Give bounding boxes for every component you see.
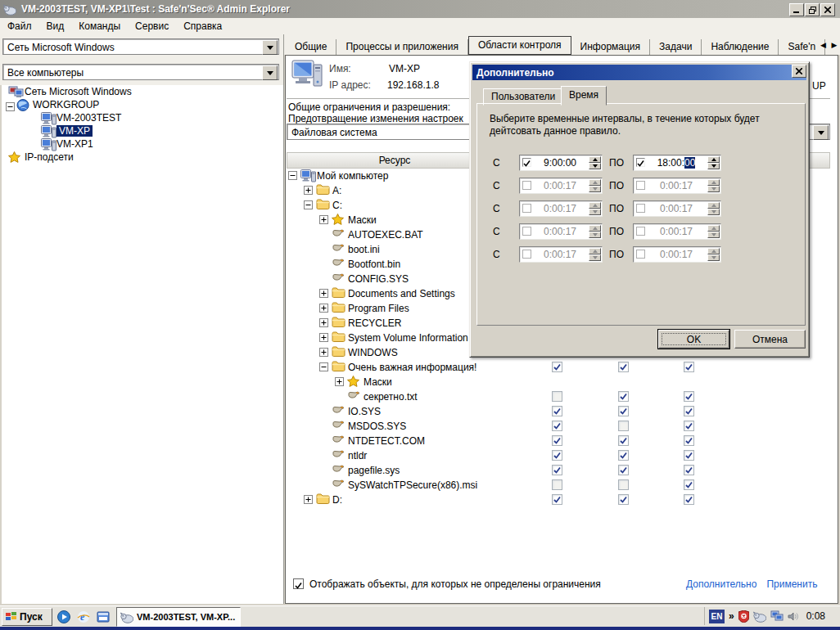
media-player-icon[interactable] xyxy=(57,610,70,623)
expand-icon[interactable] xyxy=(319,215,328,224)
spin-up-icon[interactable] xyxy=(707,248,720,254)
resource-row[interactable]: SySWatchTPSecure(x86).msi xyxy=(287,478,830,493)
network-tree-item[interactable]: VM-XP xyxy=(2,124,283,137)
menu-item-3[interactable]: Сервис xyxy=(128,18,176,34)
tab-4[interactable]: Задачи xyxy=(650,39,702,55)
chevron-down-icon[interactable] xyxy=(262,40,278,55)
language-indicator[interactable]: EN xyxy=(709,610,725,623)
time-spinner[interactable] xyxy=(589,202,601,215)
permission-checkbox[interactable] xyxy=(684,421,694,431)
tab-5[interactable]: Наблюдение xyxy=(702,39,779,55)
tray-chevron-icon[interactable]: » xyxy=(729,610,734,622)
network-tree-item[interactable]: IP-подсети xyxy=(2,151,283,164)
interval-checkbox[interactable] xyxy=(522,158,531,167)
tab-scroll-left-icon[interactable]: ◀ xyxy=(820,41,828,49)
interval-checkbox[interactable] xyxy=(522,204,531,213)
dialog-close-button[interactable] xyxy=(792,65,806,78)
time-spinner[interactable] xyxy=(707,202,720,215)
permission-checkbox[interactable] xyxy=(618,494,629,505)
network-tree-item[interactable]: WORKGROUP xyxy=(2,98,283,111)
collapse-icon[interactable] xyxy=(288,171,297,180)
time-to-field[interactable]: 0:00:17 xyxy=(633,178,721,194)
security-shield-icon[interactable] xyxy=(738,610,749,623)
spin-up-icon[interactable] xyxy=(707,225,720,232)
time-spinner[interactable] xyxy=(589,156,601,169)
permission-checkbox[interactable] xyxy=(684,391,694,402)
permission-checkbox[interactable] xyxy=(552,479,562,490)
resource-row[interactable]: Очень важная информация! xyxy=(287,360,830,375)
spin-up-icon[interactable] xyxy=(707,156,720,163)
panel-divider[interactable] xyxy=(283,34,284,604)
permission-checkbox[interactable] xyxy=(552,450,562,461)
resource-row[interactable]: MSDOS.SYS xyxy=(287,419,830,434)
spin-down-icon[interactable] xyxy=(707,254,720,261)
permission-checkbox[interactable] xyxy=(684,450,694,461)
spin-down-icon[interactable] xyxy=(589,232,601,238)
resource-row[interactable]: D: xyxy=(287,493,830,507)
collapse-icon[interactable] xyxy=(319,362,328,371)
permission-checkbox[interactable] xyxy=(552,391,562,402)
permission-checkbox[interactable] xyxy=(618,465,629,475)
expand-icon[interactable] xyxy=(319,304,328,313)
network-tree-item[interactable]: VM-2003TEST xyxy=(2,111,283,124)
interval-checkbox[interactable] xyxy=(636,204,645,213)
menu-item-2[interactable]: Команды xyxy=(71,18,128,34)
expand-icon[interactable] xyxy=(304,495,313,504)
safensec-tray-icon[interactable] xyxy=(753,610,766,623)
network-combo[interactable]: Сеть Microsoft Windows xyxy=(2,38,279,55)
ok-button[interactable]: OK xyxy=(658,330,729,349)
interval-checkbox[interactable] xyxy=(636,158,645,167)
permission-checkbox[interactable] xyxy=(552,406,562,416)
network-tree-item[interactable]: Сеть Microsoft Windows xyxy=(2,85,283,98)
permission-checkbox[interactable] xyxy=(618,450,629,461)
time-from-field[interactable]: 0:00:17 xyxy=(519,200,603,217)
spin-up-icon[interactable] xyxy=(589,202,601,209)
collapse-icon[interactable] xyxy=(304,200,313,209)
menu-item-0[interactable]: Файл xyxy=(0,18,39,34)
permission-checkbox[interactable] xyxy=(618,362,629,372)
chevron-down-icon[interactable] xyxy=(262,65,278,80)
permission-checkbox[interactable] xyxy=(684,494,694,505)
time-spinner[interactable] xyxy=(589,179,601,192)
show-objects-checkbox[interactable] xyxy=(293,578,304,589)
start-button[interactable]: Пуск xyxy=(2,608,52,626)
spin-up-icon[interactable] xyxy=(707,179,720,186)
time-spinner[interactable] xyxy=(589,225,601,238)
permission-checkbox[interactable] xyxy=(684,435,694,446)
interval-checkbox[interactable] xyxy=(636,181,645,190)
permission-checkbox[interactable] xyxy=(618,435,629,446)
time-to-field[interactable]: 0:00:17 xyxy=(633,200,721,217)
spin-up-icon[interactable] xyxy=(589,179,601,186)
time-spinner[interactable] xyxy=(707,225,720,238)
internet-explorer-icon[interactable]: e xyxy=(77,610,90,623)
network-tree-item[interactable]: VM-XP1 xyxy=(2,137,283,151)
interval-checkbox[interactable] xyxy=(636,250,645,259)
taskbar-window-button[interactable]: VM-2003TEST, VM-XP... xyxy=(116,607,241,627)
interval-checkbox[interactable] xyxy=(522,227,531,236)
permission-checkbox[interactable] xyxy=(552,421,562,431)
tab-time[interactable]: Время xyxy=(561,86,607,106)
time-from-field[interactable]: 0:00:17 xyxy=(519,178,603,194)
interval-checkbox[interactable] xyxy=(522,250,531,259)
spin-down-icon[interactable] xyxy=(589,186,601,192)
network-tray-icon[interactable] xyxy=(770,610,784,622)
menu-item-1[interactable]: Вид xyxy=(39,18,72,34)
interval-checkbox[interactable] xyxy=(522,181,531,190)
tab-0[interactable]: Общие xyxy=(286,39,336,55)
expand-icon[interactable] xyxy=(319,289,328,298)
tab-2[interactable]: Области контроля xyxy=(468,36,571,55)
resource-row[interactable]: секретно.txt xyxy=(287,389,830,404)
spin-down-icon[interactable] xyxy=(707,163,720,169)
cancel-button[interactable]: Отмена xyxy=(734,330,806,349)
footer-link-1[interactable]: Применить xyxy=(766,578,817,590)
permission-checkbox[interactable] xyxy=(618,421,629,431)
permission-checkbox[interactable] xyxy=(618,406,629,416)
permission-checkbox[interactable] xyxy=(684,465,694,475)
time-from-field[interactable]: 0:00:17 xyxy=(519,246,603,263)
resource-row[interactable]: NTDETECT.COM xyxy=(287,434,830,448)
resource-row[interactable]: pagefile.sys xyxy=(287,463,830,478)
spin-down-icon[interactable] xyxy=(707,186,720,192)
spin-down-icon[interactable] xyxy=(589,209,601,215)
spin-up-icon[interactable] xyxy=(707,202,720,209)
tab-scroll-right-icon[interactable]: ▶ xyxy=(831,41,838,49)
